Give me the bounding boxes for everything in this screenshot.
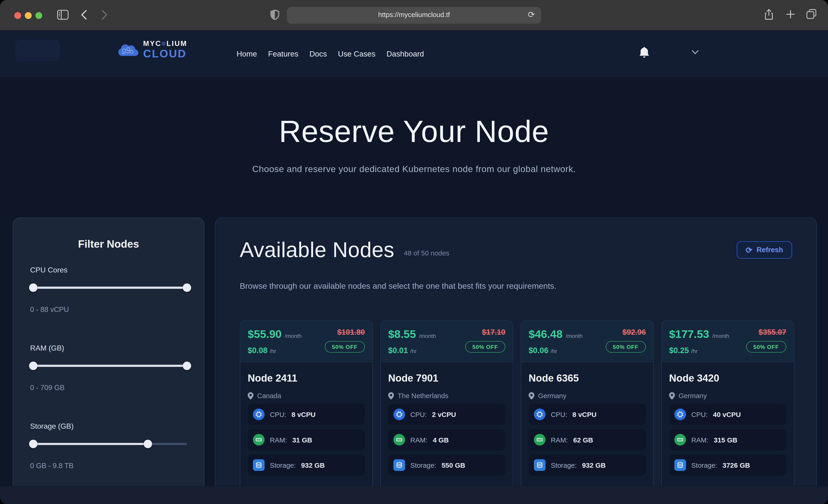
spec-row-cpu: CPU: 8 vCPU (529, 404, 646, 425)
original-price: $92.96 (606, 328, 646, 336)
url-text: https://myceliumcloud.tf (287, 10, 541, 18)
browser-chrome: https://myceliumcloud.tf ⟳ (0, 0, 828, 30)
nav-link-docs[interactable]: Docs (309, 49, 327, 58)
storage-label: Storage (GB) (30, 422, 187, 430)
cpu-cores-slider[interactable] (30, 284, 187, 292)
account-chevron-down-icon[interactable] (692, 50, 699, 54)
close-window-button[interactable] (14, 12, 21, 19)
ram-icon (253, 434, 265, 446)
card-pricing-header: $8.55 /month $0.01 /hr $17.10 50% OFF (381, 321, 513, 362)
ghost-placeholder (15, 40, 60, 61)
spec-row-ram: RAM: 4 GB (388, 429, 505, 450)
spec-row-cpu: CPU: 2 vCPU (388, 404, 505, 425)
brand-cloud-word: CLOUD (143, 48, 187, 59)
nav-link-home[interactable]: Home (237, 49, 257, 58)
page-title: Reserve Your Node (0, 114, 828, 149)
privacy-shield-icon[interactable] (271, 9, 280, 20)
cpu-range-text: 0 - 88 vCPU (30, 305, 187, 313)
location-pin-icon (669, 392, 675, 399)
node-card[interactable]: $8.55 /month $0.01 /hr $17.10 50% OFF No… (380, 321, 513, 486)
card-body: Node 3420 Germany CPU: 40 (662, 362, 793, 486)
storage-range-text: 0 GB - 9.8 TB (30, 462, 187, 470)
node-cards-row: $55.90 /month $0.08 /hr $101.80 50% OFF … (240, 321, 792, 486)
node-name: Node 7901 (388, 373, 505, 384)
filter-panel: Filter Nodes CPU Cores 0 - 88 vCPU RAM (… (13, 217, 204, 486)
card-body: Node 7901 The Netherlands CPU: (381, 362, 513, 486)
nav-link-use-cases[interactable]: Use Cases (338, 49, 375, 58)
node-card[interactable]: $55.90 /month $0.08 /hr $101.80 50% OFF … (240, 321, 373, 486)
storage-slider-max-handle[interactable] (143, 440, 152, 448)
brand-e-glyph: ≡ (162, 40, 167, 47)
browser-window: https://myceliumcloud.tf ⟳ (0, 0, 828, 504)
filter-section-ram: RAM (GB) 0 - 709 GB (30, 344, 187, 392)
brand-logo[interactable]: MYC≡LIUM CLOUD (117, 40, 187, 59)
panel-description: Browse through our available nodes and s… (240, 282, 556, 291)
location-pin-icon (529, 392, 534, 399)
cloud-brain-logo-icon (117, 42, 138, 57)
notifications-bell-icon[interactable] (639, 47, 650, 59)
card-body: Node 6365 Germany CPU: 8 (521, 362, 653, 486)
node-card[interactable]: $177.53 /month $0.25 /hr $355.07 50% OFF… (661, 321, 794, 486)
minimize-window-button[interactable] (25, 12, 32, 19)
cpu-cores-label: CPU Cores (30, 265, 187, 274)
card-pricing-header: $46.48 /month $0.06 /hr $92.96 50% OFF (521, 321, 653, 362)
discount-badge: 50% OFF (465, 341, 505, 352)
ram-slider-min-handle[interactable] (29, 362, 37, 370)
window-bottom-band (0, 486, 828, 504)
spec-row-storage: Storage: 550 GB (388, 454, 505, 475)
original-price: $17.10 (465, 328, 505, 336)
storage-slider-min-handle[interactable] (29, 440, 37, 448)
spec-row-ram: RAM: 315 GB (669, 429, 786, 450)
panel-title: Available Nodes (240, 238, 395, 262)
cpu-icon (394, 409, 405, 420)
refresh-button[interactable]: ⟳ Refresh (737, 241, 792, 259)
url-bar[interactable]: https://myceliumcloud.tf ⟳ (287, 7, 541, 24)
spec-row-cpu: CPU: 40 vCPU (669, 404, 786, 425)
node-location: The Netherlands (398, 392, 448, 400)
cpu-slider-max-handle[interactable] (183, 284, 191, 292)
available-nodes-panel: Available Nodes 48 of 50 nodes ⟳ Refresh… (215, 217, 817, 486)
ram-slider-max-handle[interactable] (183, 362, 191, 370)
filter-section-storage: Storage (GB) 0 GB - 9.8 TB (30, 422, 187, 470)
original-price: $355.07 (746, 328, 786, 336)
ram-range-text: 0 - 709 GB (30, 384, 187, 392)
nav-link-dashboard[interactable]: Dashboard (386, 49, 424, 58)
node-location: Germany (538, 392, 567, 400)
forward-icon[interactable] (101, 9, 108, 20)
cpu-slider-min-handle[interactable] (29, 284, 37, 292)
node-location: Canada (257, 392, 281, 400)
spec-row-ram: RAM: 31 GB (248, 429, 365, 450)
share-icon[interactable] (764, 9, 773, 20)
ram-icon (534, 434, 546, 446)
spec-row-ram: RAM: 62 GB (529, 429, 646, 450)
panel-header: Available Nodes 48 of 50 nodes ⟳ Refresh (240, 238, 792, 262)
spec-row-storage: Storage: 932 GB (248, 454, 365, 475)
ram-slider[interactable] (30, 362, 187, 370)
node-name: Node 2411 (248, 373, 365, 384)
node-name: Node 3420 (669, 373, 786, 384)
nav-link-features[interactable]: Features (268, 49, 298, 58)
filter-section-cpu: CPU Cores 0 - 88 vCPU (30, 265, 187, 313)
storage-icon (674, 459, 686, 471)
nav-links: Home Features Docs Use Cases Dashboard (237, 30, 424, 77)
card-pricing-header: $55.90 /month $0.08 /hr $101.80 50% OFF (240, 321, 372, 362)
discount-badge: 50% OFF (606, 341, 646, 352)
page-subtitle: Choose and reserve your dedicated Kubern… (0, 164, 828, 175)
sidebar-toggle-icon[interactable] (57, 9, 69, 20)
card-body: Node 2411 Canada CPU: 8 v (240, 362, 372, 486)
location-pin-icon (248, 392, 253, 399)
storage-slider[interactable] (30, 440, 187, 448)
reload-icon[interactable]: ⟳ (528, 9, 535, 19)
spec-row-storage: Storage: 932 GB (529, 454, 646, 475)
zoom-window-button[interactable] (35, 12, 42, 19)
node-card[interactable]: $46.48 /month $0.06 /hr $92.96 50% OFF N… (521, 321, 654, 486)
original-price: $101.80 (325, 328, 365, 336)
new-tab-icon[interactable] (786, 10, 795, 18)
node-location: Germany (678, 392, 707, 400)
tab-overview-icon[interactable] (806, 9, 817, 19)
site-navbar: MYC≡LIUM CLOUD Home Features Docs Use Ca… (0, 30, 828, 77)
card-pricing-header: $177.53 /month $0.25 /hr $355.07 50% OFF (662, 321, 793, 362)
storage-icon (534, 459, 546, 471)
back-icon[interactable] (81, 9, 87, 20)
spec-row-storage: Storage: 3726 GB (669, 454, 786, 475)
